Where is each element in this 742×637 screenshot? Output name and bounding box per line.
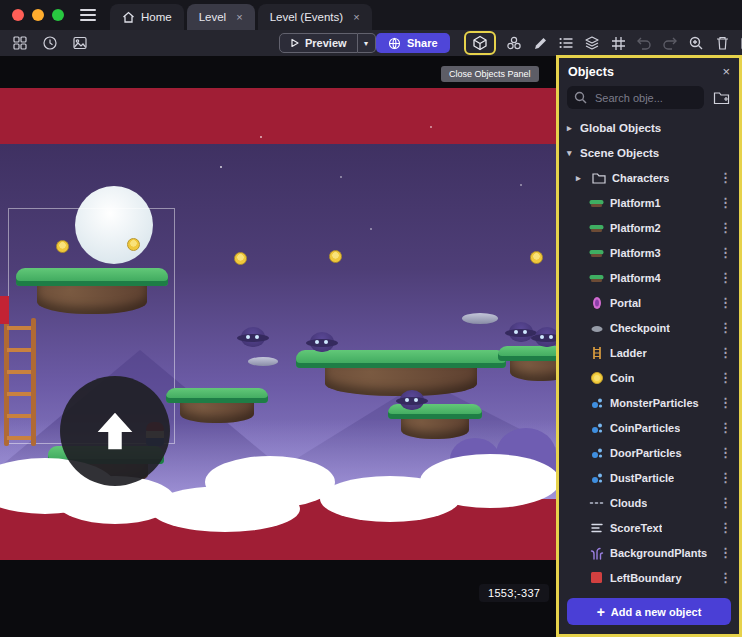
item-menu-icon[interactable]: ⋮ xyxy=(713,270,732,285)
image-icon[interactable] xyxy=(70,32,90,54)
folder-row[interactable]: ▸Characters⋮ xyxy=(559,165,739,190)
object-row[interactable]: Platform4⋮ xyxy=(559,265,739,290)
close-tab-icon[interactable]: × xyxy=(236,11,242,23)
rename-scene-icon[interactable] xyxy=(738,32,742,54)
tab-level[interactable]: Level × xyxy=(187,4,255,30)
menu-icon[interactable] xyxy=(80,9,96,21)
item-menu-icon[interactable]: ⋮ xyxy=(713,570,732,585)
preview-button[interactable]: Preview xyxy=(279,33,358,53)
item-menu-icon[interactable]: ⋮ xyxy=(713,345,732,360)
objects-panel-toggle-icon[interactable] xyxy=(470,32,490,54)
item-menu-icon[interactable]: ⋮ xyxy=(713,220,732,235)
layers-icon[interactable] xyxy=(582,32,602,54)
item-label: Platform2 xyxy=(610,222,661,234)
object-row[interactable]: DoorParticles⋮ xyxy=(559,440,739,465)
close-panel-icon[interactable]: × xyxy=(722,65,730,78)
instances-list-icon[interactable] xyxy=(556,32,576,54)
group-row[interactable]: ▸Global Objects xyxy=(559,115,739,140)
object-row[interactable]: Clouds⋮ xyxy=(559,490,739,515)
search-box[interactable] xyxy=(567,86,704,109)
redo-icon[interactable] xyxy=(660,32,680,54)
item-menu-icon[interactable]: ⋮ xyxy=(713,545,732,560)
object-row[interactable]: Coin⋮ xyxy=(559,365,739,390)
folder-icon xyxy=(589,172,608,184)
close-tab-icon[interactable]: × xyxy=(353,11,359,23)
caret-down-icon[interactable]: ▾ xyxy=(567,148,580,158)
share-button[interactable]: Share xyxy=(376,33,450,53)
search-input[interactable] xyxy=(593,91,678,105)
platform-sprite[interactable] xyxy=(388,404,482,439)
item-label: Platform4 xyxy=(610,272,661,284)
item-menu-icon[interactable]: ⋮ xyxy=(713,470,732,485)
object-row[interactable]: Platform1⋮ xyxy=(559,190,739,215)
item-menu-icon[interactable]: ⋮ xyxy=(713,245,732,260)
up-arrow-control[interactable] xyxy=(60,376,170,486)
tab-home[interactable]: Home xyxy=(110,4,184,30)
ufo-sprite[interactable] xyxy=(462,313,498,324)
item-label: DoorParticles xyxy=(610,447,682,459)
object-row[interactable]: LeftBoundary⋮ xyxy=(559,565,739,590)
item-label: CoinParticles xyxy=(610,422,680,434)
fullscreen-window-button[interactable] xyxy=(52,9,64,21)
cursor-coordinates: 1553;-337 xyxy=(479,584,549,602)
tab-level-events[interactable]: Level (Events) × xyxy=(258,4,372,30)
edit-icon[interactable] xyxy=(530,32,550,54)
monster-sprite[interactable] xyxy=(241,327,265,347)
objects-tree: ▸Global Objects▾Scene Objects▸Characters… xyxy=(559,115,739,591)
object-groups-icon[interactable] xyxy=(504,32,524,54)
item-label: Platform3 xyxy=(610,247,661,259)
coin-sprite[interactable] xyxy=(127,238,140,251)
ladder-sprite[interactable] xyxy=(2,318,38,446)
item-menu-icon[interactable]: ⋮ xyxy=(713,320,732,335)
close-window-button[interactable] xyxy=(12,9,24,21)
cloud-sprite[interactable] xyxy=(420,454,560,508)
trash-icon[interactable] xyxy=(712,32,732,54)
coin-sprite[interactable] xyxy=(329,250,342,263)
object-row[interactable]: Checkpoint⋮ xyxy=(559,315,739,340)
coin-sprite[interactable] xyxy=(234,252,247,265)
undo-icon[interactable] xyxy=(634,32,654,54)
globe-icon xyxy=(388,37,401,50)
object-row[interactable]: Ladder⋮ xyxy=(559,340,739,365)
monster-sprite[interactable] xyxy=(509,322,533,342)
item-menu-icon[interactable]: ⋮ xyxy=(713,495,732,510)
ufo-sprite[interactable] xyxy=(248,357,278,366)
platform-sprite[interactable] xyxy=(166,388,268,423)
object-row[interactable]: Portal⋮ xyxy=(559,290,739,315)
item-menu-icon[interactable]: ⋮ xyxy=(713,295,732,310)
project-manager-icon[interactable] xyxy=(10,32,30,54)
add-folder-icon[interactable] xyxy=(711,87,731,109)
platform-sprite[interactable] xyxy=(296,350,506,396)
item-menu-icon[interactable]: ⋮ xyxy=(713,520,732,535)
group-row[interactable]: ▾Scene Objects xyxy=(559,140,739,165)
caret-right-icon[interactable]: ▸ xyxy=(567,123,580,133)
monster-sprite[interactable] xyxy=(400,390,424,410)
left-boundary-sprite[interactable] xyxy=(0,296,9,324)
coin-sprite[interactable] xyxy=(530,251,543,264)
preview-options-button[interactable]: ▾ xyxy=(358,33,376,53)
item-menu-icon[interactable]: ⋮ xyxy=(713,395,732,410)
object-row[interactable]: BackgroundPlants⋮ xyxy=(559,540,739,565)
grid-icon[interactable] xyxy=(608,32,628,54)
item-menu-icon[interactable]: ⋮ xyxy=(713,445,732,460)
item-menu-icon[interactable]: ⋮ xyxy=(713,170,732,185)
object-row[interactable]: Platform2⋮ xyxy=(559,215,739,240)
platform-sprite[interactable] xyxy=(16,268,168,314)
history-icon[interactable] xyxy=(40,32,60,54)
cloud-sprite[interactable] xyxy=(205,456,335,508)
object-row[interactable]: CoinParticles⋮ xyxy=(559,415,739,440)
coin-sprite[interactable] xyxy=(56,240,69,253)
item-menu-icon[interactable]: ⋮ xyxy=(713,195,732,210)
add-object-button[interactable]: + Add a new object xyxy=(567,598,731,625)
monster-sprite[interactable] xyxy=(310,332,334,352)
object-row[interactable]: MonsterParticles⋮ xyxy=(559,390,739,415)
tooltip: Close Objects Panel xyxy=(441,66,539,82)
object-row[interactable]: Platform3⋮ xyxy=(559,240,739,265)
caret-right-icon[interactable]: ▸ xyxy=(576,173,589,183)
item-menu-icon[interactable]: ⋮ xyxy=(713,370,732,385)
object-row[interactable]: ScoreText⋮ xyxy=(559,515,739,540)
object-row[interactable]: DustParticle⋮ xyxy=(559,465,739,490)
item-menu-icon[interactable]: ⋮ xyxy=(713,420,732,435)
zoom-in-icon[interactable] xyxy=(686,32,706,54)
minimize-window-button[interactable] xyxy=(32,9,44,21)
